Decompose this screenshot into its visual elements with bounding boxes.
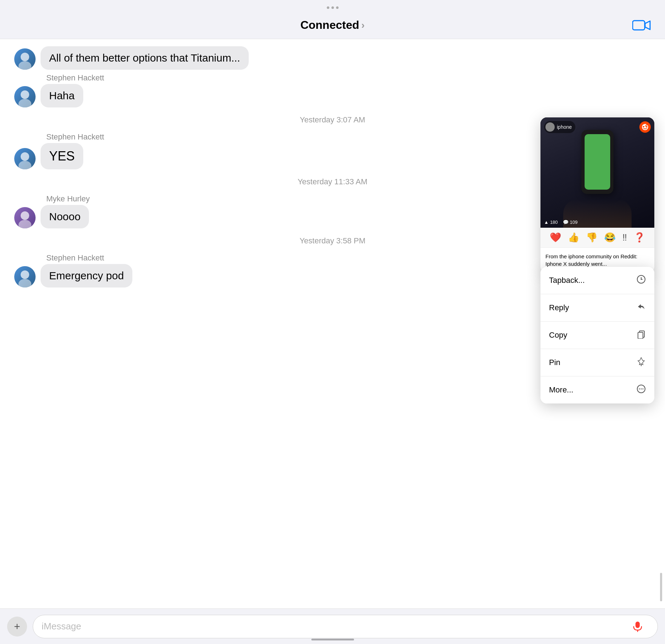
upvote-count: ▲ 180 — [544, 220, 558, 225]
message-placeholder: iMessage — [42, 621, 81, 632]
menu-item-pin[interactable]: Pin — [540, 349, 654, 376]
more-icon — [637, 384, 646, 396]
reddit-card-image: iphone ▲ 180 — [540, 117, 654, 228]
message-bubble: All of them better options that Titanium… — [41, 46, 249, 70]
avatar — [14, 207, 36, 228]
card-background — [540, 117, 654, 228]
chat-area: All of them better options that Titanium… — [0, 39, 665, 608]
svg-point-4 — [19, 99, 31, 107]
reddit-link-card[interactable]: iphone ▲ 180 — [540, 117, 654, 273]
avatar — [14, 266, 36, 287]
title-text: Connected — [300, 19, 359, 32]
subreddit-name: iphone — [557, 124, 572, 130]
dot-2 — [331, 6, 334, 9]
message-group: Stephen Hackett Haha — [14, 73, 651, 107]
message-bubble: Noooo — [41, 205, 89, 228]
svg-point-19 — [641, 279, 642, 280]
message-group: All of them better options that Titanium… — [14, 46, 651, 70]
svg-point-2 — [19, 61, 31, 70]
copy-icon — [637, 329, 646, 341]
avatar — [14, 48, 36, 70]
svg-point-9 — [21, 270, 29, 279]
tapback-thumbsdown[interactable]: 👎 — [586, 232, 597, 243]
svg-point-15 — [646, 124, 648, 126]
svg-point-14 — [646, 126, 647, 127]
menu-item-tapback[interactable]: Tapback... — [540, 267, 654, 294]
add-icon: + — [14, 621, 20, 633]
tapback-menu-icon — [637, 275, 646, 286]
message-bubble: Emergency pod — [41, 264, 132, 287]
avatar — [14, 86, 36, 107]
home-indicator — [311, 639, 354, 640]
sender-name: Stephen Hackett — [46, 73, 651, 83]
audio-button[interactable] — [632, 621, 649, 632]
svg-point-26 — [643, 389, 644, 390]
top-bar: Connected › — [0, 0, 665, 39]
menu-label-reply: Reply — [549, 303, 569, 312]
upvote-number: 180 — [550, 220, 558, 225]
reddit-card-header: iphone — [544, 121, 651, 133]
reddit-logo — [639, 121, 651, 133]
dot-3 — [336, 6, 338, 9]
subreddit-icon — [545, 122, 555, 132]
svg-point-24 — [639, 389, 640, 390]
svg-point-7 — [21, 211, 29, 220]
avatar — [14, 148, 36, 169]
svg-rect-27 — [635, 622, 640, 628]
pin-icon — [637, 357, 646, 368]
svg-point-3 — [21, 90, 29, 99]
tapback-bar: ❤️ 👍 👎 😂 ‼️ ❓ — [540, 228, 654, 248]
menu-item-more[interactable]: More... — [540, 376, 654, 403]
reply-icon — [637, 302, 646, 313]
menu-label-pin: Pin — [549, 358, 560, 367]
svg-point-6 — [19, 161, 31, 169]
svg-rect-0 — [633, 21, 645, 30]
video-call-button[interactable] — [632, 19, 651, 32]
menu-label-more: More... — [549, 385, 573, 395]
tapback-thumbsup[interactable]: 👍 — [568, 232, 579, 243]
svg-point-13 — [643, 126, 644, 127]
tapback-emphasis[interactable]: ‼️ — [622, 232, 627, 243]
comment-count: 💬 109 — [563, 220, 578, 225]
menu-item-reply[interactable]: Reply — [540, 294, 654, 322]
message-input-field[interactable]: iMessage — [33, 615, 658, 638]
message-bubble: Haha — [41, 84, 83, 107]
tapback-question[interactable]: ❓ — [634, 232, 645, 243]
add-button[interactable]: + — [7, 617, 27, 637]
scrollbar-thumb[interactable] — [660, 573, 662, 601]
comment-number: 109 — [570, 220, 578, 225]
card-description-text: From the iphone community on Reddit: Iph… — [545, 253, 637, 267]
dots-menu[interactable] — [327, 6, 338, 9]
svg-point-25 — [641, 389, 642, 390]
subreddit-label: iphone — [544, 121, 575, 133]
reddit-stats: ▲ 180 💬 109 — [544, 220, 577, 225]
context-menu: Tapback... Reply Copy Pin — [540, 267, 654, 403]
svg-point-1 — [21, 53, 29, 61]
upvote-icon: ▲ — [544, 220, 549, 225]
menu-label-copy: Copy — [549, 331, 567, 340]
tapback-haha[interactable]: 😂 — [604, 232, 616, 243]
chevron-icon: › — [361, 20, 365, 31]
tapback-heart[interactable]: ❤️ — [550, 232, 561, 243]
svg-rect-21 — [638, 332, 643, 339]
dot-1 — [327, 6, 329, 9]
svg-point-8 — [19, 220, 31, 228]
menu-label-tapback: Tapback... — [549, 276, 585, 285]
menu-item-copy[interactable]: Copy — [540, 322, 654, 349]
comment-icon: 💬 — [563, 220, 569, 225]
message-bubble: YES — [41, 143, 83, 169]
message-row: Haha — [14, 84, 651, 107]
svg-point-5 — [21, 152, 29, 161]
scrollbar-track — [660, 39, 662, 608]
message-row: All of them better options that Titanium… — [14, 46, 651, 70]
conversation-title[interactable]: Connected › — [300, 19, 365, 32]
svg-point-10 — [19, 279, 31, 287]
